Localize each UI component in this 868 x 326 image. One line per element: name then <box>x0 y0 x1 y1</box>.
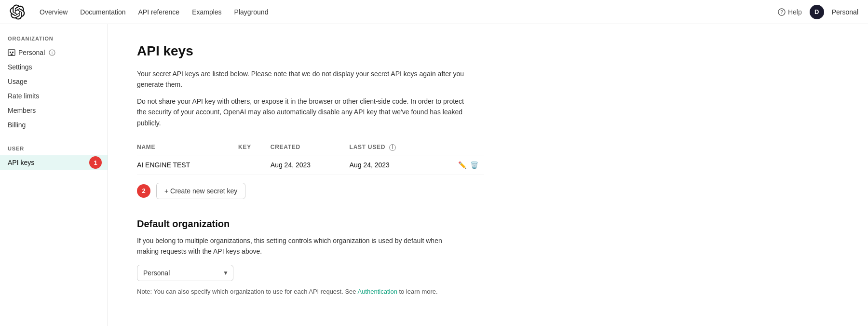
key-last-used: Aug 24, 2023 <box>350 155 440 175</box>
default-org-title: Default organization <box>137 218 839 230</box>
topnav-right: ? Help D Personal <box>778 5 858 19</box>
avatar[interactable]: D <box>810 5 824 19</box>
sidebar-personal-row: Personal i <box>0 45 108 60</box>
sidebar-personal-label: Personal <box>18 49 45 56</box>
rate-limits-label: Rate limits <box>8 92 39 100</box>
sidebar-item-members[interactable]: Members <box>0 103 108 118</box>
sidebar-item-billing[interactable]: Billing <box>0 118 108 132</box>
nav-links: Overview Documentation API reference Exa… <box>35 6 778 18</box>
page-desc-2: Do not share your API key with others, o… <box>137 96 475 128</box>
create-secret-key-button[interactable]: + Create new secret key <box>156 183 245 199</box>
svg-text:?: ? <box>780 10 783 15</box>
svg-rect-3 <box>10 52 11 53</box>
usage-label: Usage <box>8 78 27 85</box>
delete-icon[interactable]: 🗑️ <box>470 161 478 169</box>
key-value <box>238 155 271 175</box>
authentication-link[interactable]: Authentication <box>357 288 397 295</box>
nav-documentation[interactable]: Documentation <box>75 6 130 18</box>
info-icon[interactable]: i <box>49 49 55 56</box>
help-label: Help <box>788 8 802 16</box>
col-created: CREATED <box>271 140 350 155</box>
user-section-label: USER <box>0 142 108 155</box>
org-select-wrapper: Personal ▼ <box>137 265 233 281</box>
building-icon <box>8 49 15 56</box>
sidebar-item-api-keys[interactable]: API keys 1 <box>0 155 108 170</box>
main-content: API keys Your secret API keys are listed… <box>108 24 868 326</box>
settings-label: Settings <box>8 63 32 71</box>
svg-rect-4 <box>12 52 14 53</box>
badge-2: 2 <box>137 184 150 198</box>
openai-logo <box>10 4 25 20</box>
key-name: AI ENGINE TEST <box>137 155 238 175</box>
table-row: AI ENGINE TEST Aug 24, 2023 Aug 24, 2023… <box>137 155 484 175</box>
nav-api-reference[interactable]: API reference <box>134 6 185 18</box>
top-navigation: Overview Documentation API reference Exa… <box>0 0 868 24</box>
default-org-desc: If you belong to multiple organizations,… <box>137 235 455 257</box>
help-icon: ? <box>778 8 786 16</box>
sidebar-item-settings[interactable]: Settings <box>0 60 108 74</box>
note-text: Note: You can also specify which organiz… <box>137 288 455 295</box>
sidebar: ORGANIZATION Personal i Settings Usage R… <box>0 24 108 326</box>
org-select[interactable]: Personal <box>137 265 233 281</box>
org-section-label: ORGANIZATION <box>0 36 108 45</box>
api-keys-label: API keys <box>8 159 34 166</box>
page-desc-1: Your secret API keys are listed below. P… <box>137 68 475 90</box>
nav-overview[interactable]: Overview <box>35 6 72 18</box>
api-keys-table: NAME KEY CREATED LAST USED i AI ENGINE T… <box>137 140 484 175</box>
create-key-row: 2 + Create new secret key <box>137 183 839 199</box>
last-used-info-icon[interactable]: i <box>389 144 396 151</box>
sidebar-item-usage[interactable]: Usage <box>0 74 108 89</box>
col-name: NAME <box>137 140 238 155</box>
edit-icon[interactable]: ✏️ <box>458 161 466 169</box>
nav-examples[interactable]: Examples <box>187 6 226 18</box>
nav-playground[interactable]: Playground <box>230 6 273 18</box>
billing-label: Billing <box>8 121 26 129</box>
key-created: Aug 24, 2023 <box>271 155 350 175</box>
badge-1: 1 <box>89 156 102 169</box>
svg-rect-5 <box>11 54 13 55</box>
row-actions: ✏️ 🗑️ <box>439 161 478 169</box>
page-layout: ORGANIZATION Personal i Settings Usage R… <box>0 24 868 326</box>
col-last-used: LAST USED i <box>350 140 440 155</box>
col-key: KEY <box>238 140 271 155</box>
help-button[interactable]: ? Help <box>778 8 802 16</box>
sidebar-item-rate-limits[interactable]: Rate limits <box>0 89 108 103</box>
members-label: Members <box>8 107 36 114</box>
username-label[interactable]: Personal <box>832 8 858 16</box>
svg-text:i: i <box>52 51 53 55</box>
page-title: API keys <box>137 43 839 59</box>
